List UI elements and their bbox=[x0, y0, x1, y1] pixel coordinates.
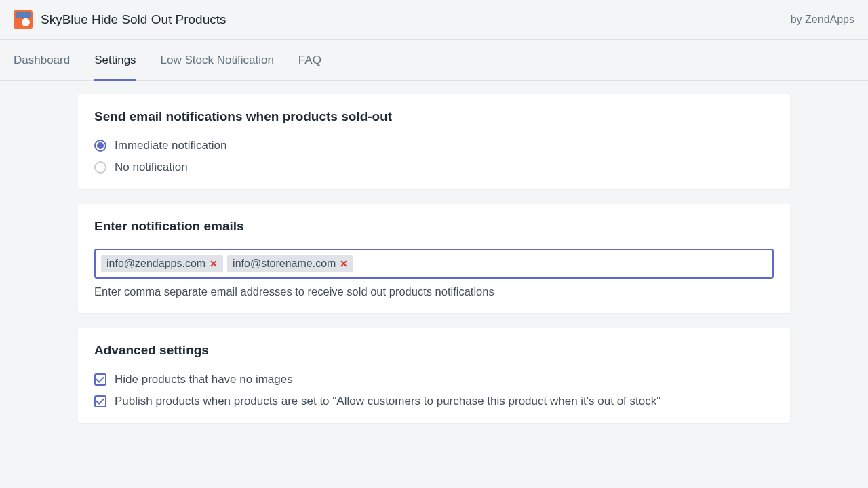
notification-card: Send email notifications when products s… bbox=[78, 94, 790, 189]
header-byline: by ZendApps bbox=[791, 14, 854, 26]
email-tag: info@storename.com ✕ bbox=[227, 255, 353, 272]
radio-immediate[interactable]: Immediate notification bbox=[94, 139, 774, 152]
tab-low-stock[interactable]: Low Stock Notification bbox=[161, 40, 274, 80]
emails-card: Enter notification emails info@zendapps.… bbox=[78, 204, 790, 313]
tab-bar: Dashboard Settings Low Stock Notificatio… bbox=[0, 40, 868, 81]
emails-card-title: Enter notification emails bbox=[94, 219, 774, 234]
check-label: Publish products when products are set t… bbox=[115, 394, 660, 408]
emails-input[interactable]: info@zendapps.com ✕ info@storename.com ✕ bbox=[94, 249, 774, 279]
email-tag-text: info@storename.com bbox=[233, 258, 336, 270]
radio-none[interactable]: No notification bbox=[94, 161, 774, 174]
radio-icon bbox=[94, 140, 106, 152]
check-hide-no-images[interactable]: Hide products that have no images bbox=[94, 373, 774, 386]
check-label: Hide products that have no images bbox=[115, 373, 293, 386]
tab-faq[interactable]: FAQ bbox=[298, 40, 321, 80]
remove-tag-icon[interactable]: ✕ bbox=[340, 259, 348, 268]
tab-dashboard[interactable]: Dashboard bbox=[14, 40, 70, 80]
app-header: SkyBlue Hide Sold Out Products by ZendAp… bbox=[0, 0, 868, 40]
radio-label: No notification bbox=[115, 161, 188, 174]
email-tag: info@zendapps.com ✕ bbox=[101, 255, 223, 272]
notification-card-title: Send email notifications when products s… bbox=[94, 109, 774, 124]
advanced-card-title: Advanced settings bbox=[94, 343, 774, 358]
checkbox-icon bbox=[94, 395, 106, 407]
advanced-card: Advanced settings Hide products that hav… bbox=[78, 328, 790, 423]
app-title: SkyBlue Hide Sold Out Products bbox=[41, 12, 226, 27]
emails-helper: Enter comma separate email addresses to … bbox=[94, 285, 774, 298]
email-tag-text: info@zendapps.com bbox=[106, 258, 205, 270]
app-icon bbox=[14, 10, 33, 29]
content-area: Send email notifications when products s… bbox=[0, 81, 868, 436]
radio-label: Immediate notification bbox=[115, 139, 226, 152]
tab-settings[interactable]: Settings bbox=[94, 40, 136, 80]
header-left: SkyBlue Hide Sold Out Products bbox=[14, 10, 226, 29]
remove-tag-icon[interactable]: ✕ bbox=[210, 259, 218, 268]
check-publish-oos[interactable]: Publish products when products are set t… bbox=[94, 394, 774, 408]
checkbox-icon bbox=[94, 373, 106, 386]
radio-icon bbox=[94, 161, 106, 174]
